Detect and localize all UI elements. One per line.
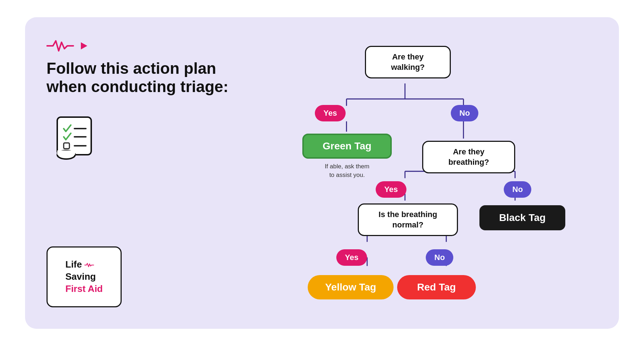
node-yes3: Yes	[336, 249, 367, 266]
svg-rect-2	[57, 150, 75, 155]
flow-container: Are they walking? Yes No Green Tag If ab…	[247, 39, 597, 307]
node-yes2: Yes	[376, 181, 406, 198]
node-no1: No	[451, 105, 478, 121]
main-card: Follow this action plan when conducting …	[25, 17, 619, 329]
node-black-tag: Black Tag	[479, 205, 565, 230]
node-red-tag: Red Tag	[397, 275, 476, 299]
logo-box: Life SavingFirst Aid	[47, 246, 122, 307]
logo-pulse-icon	[84, 262, 97, 268]
arrow-icon	[81, 42, 87, 49]
svg-rect-5	[64, 143, 69, 149]
svg-rect-0	[57, 117, 91, 155]
node-yes1: Yes	[315, 105, 346, 121]
node-breathing: Are they breathing?	[422, 141, 515, 173]
right-panel: Are they walking? Yes No Green Tag If ab…	[247, 39, 597, 307]
node-yellow-tag: Yellow Tag	[308, 275, 394, 299]
left-panel: Follow this action plan when conducting …	[47, 39, 233, 307]
green-tag-subtext: If able, ask them to assist you.	[293, 162, 401, 179]
logo-first-aid: First Aid	[65, 283, 103, 294]
main-heading: Follow this action plan when conducting …	[47, 59, 233, 96]
node-no2: No	[504, 181, 531, 198]
logo-text: Life SavingFirst Aid	[65, 259, 103, 295]
pulse-icon	[47, 39, 79, 53]
node-walking: Are they walking?	[365, 46, 451, 78]
pulse-icon-row	[47, 39, 233, 53]
checklist-icon	[50, 114, 97, 164]
node-green-tag: Green Tag	[302, 134, 392, 159]
node-no3: No	[426, 249, 453, 266]
node-breathing-normal: Is the breathing normal?	[358, 203, 458, 236]
